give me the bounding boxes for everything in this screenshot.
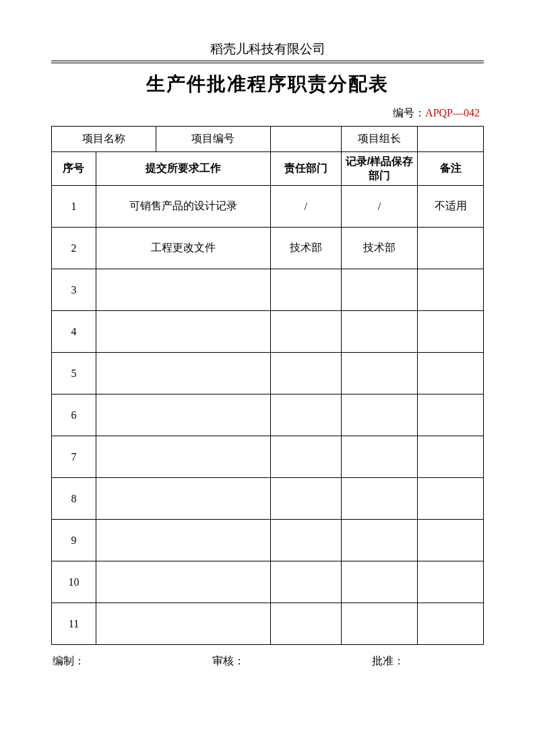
cell-remark [418, 353, 484, 394]
leader-label: 项目组长 [341, 127, 418, 152]
table-row: 9 [52, 520, 484, 561]
company-name: 稻壳儿科技有限公司 [51, 40, 484, 61]
cell-dept [271, 603, 342, 645]
cell-seq: 2 [52, 228, 96, 269]
cell-seq: 4 [52, 311, 96, 353]
meta-row: 项目名称 项目编号 项目组长 [52, 127, 484, 152]
table-row: 3 [52, 269, 484, 311]
cell-remark [418, 478, 484, 520]
cell-dept [271, 561, 342, 603]
cell-dept [271, 353, 342, 394]
cell-work [96, 478, 270, 520]
cell-record [341, 603, 418, 645]
approved-by: 批准： [372, 654, 480, 668]
project-code-value [271, 127, 342, 152]
cell-work [96, 436, 270, 478]
cell-dept [271, 394, 342, 436]
cell-dept [271, 269, 342, 311]
header-remark: 备注 [418, 152, 484, 186]
divider [51, 61, 484, 63]
cell-remark [418, 436, 484, 478]
cell-record [341, 353, 418, 394]
cell-record [341, 394, 418, 436]
cell-remark [418, 269, 484, 311]
cell-work [96, 394, 270, 436]
cell-remark [418, 561, 484, 603]
table-row: 10 [52, 561, 484, 603]
table-row: 7 [52, 436, 484, 478]
cell-record [341, 520, 418, 561]
cell-seq: 7 [52, 436, 96, 478]
cell-remark: 不适用 [418, 186, 484, 228]
table-row: 2工程更改文件技术部技术部 [52, 228, 484, 269]
cell-work [96, 269, 270, 311]
cell-record [341, 561, 418, 603]
cell-seq: 1 [52, 186, 96, 228]
cell-seq: 8 [52, 478, 96, 520]
header-row: 序号 提交所要求工作 责任部门 记录/样品保存部门 备注 [52, 152, 484, 186]
table-row: 11 [52, 603, 484, 645]
table-row: 5 [52, 353, 484, 394]
leader-value [418, 127, 484, 152]
prepared-by: 编制： [53, 654, 160, 668]
cell-remark [418, 603, 484, 645]
table-row: 4 [52, 311, 484, 353]
cell-record [341, 436, 418, 478]
footer: 编制： 审核： 批准： [51, 654, 484, 668]
cell-dept: / [271, 186, 342, 228]
docno-label: 编号： [393, 107, 425, 118]
cell-work [96, 311, 270, 353]
cell-seq: 9 [52, 520, 96, 561]
cell-seq: 11 [52, 603, 96, 645]
document-number: 编号：APQP—042 [51, 106, 484, 121]
cell-remark [418, 520, 484, 561]
table-row: 6 [52, 394, 484, 436]
table-row: 8 [52, 478, 484, 520]
header-dept: 责任部门 [271, 152, 342, 186]
cell-work [96, 520, 270, 561]
allocation-table: 项目名称 项目编号 项目组长 序号 提交所要求工作 责任部门 记录/样品保存部门… [51, 126, 484, 645]
cell-record [341, 269, 418, 311]
cell-record: 技术部 [341, 228, 418, 269]
cell-seq: 5 [52, 353, 96, 394]
project-name-label: 项目名称 [52, 127, 156, 152]
cell-work [96, 603, 270, 645]
header-work: 提交所要求工作 [96, 152, 270, 186]
cell-remark [418, 394, 484, 436]
cell-record [341, 311, 418, 353]
cell-work: 可销售产品的设计记录 [96, 186, 270, 228]
header-seq: 序号 [52, 152, 96, 186]
cell-work [96, 353, 270, 394]
document-title: 生产件批准程序职责分配表 [51, 71, 484, 97]
docno-value: APQP—042 [425, 107, 480, 118]
reviewed-by: 审核： [212, 654, 320, 668]
cell-remark [418, 311, 484, 353]
cell-record: / [341, 186, 418, 228]
project-code-label: 项目编号 [156, 127, 270, 152]
cell-dept [271, 436, 342, 478]
cell-dept: 技术部 [271, 228, 342, 269]
header-record: 记录/样品保存部门 [341, 152, 418, 186]
cell-work [96, 561, 270, 603]
cell-work: 工程更改文件 [96, 228, 270, 269]
cell-dept [271, 478, 342, 520]
cell-seq: 10 [52, 561, 96, 603]
cell-seq: 3 [52, 269, 96, 311]
cell-dept [271, 520, 342, 561]
cell-dept [271, 311, 342, 353]
cell-seq: 6 [52, 394, 96, 436]
cell-record [341, 478, 418, 520]
cell-remark [418, 228, 484, 269]
table-row: 1可销售产品的设计记录//不适用 [52, 186, 484, 228]
